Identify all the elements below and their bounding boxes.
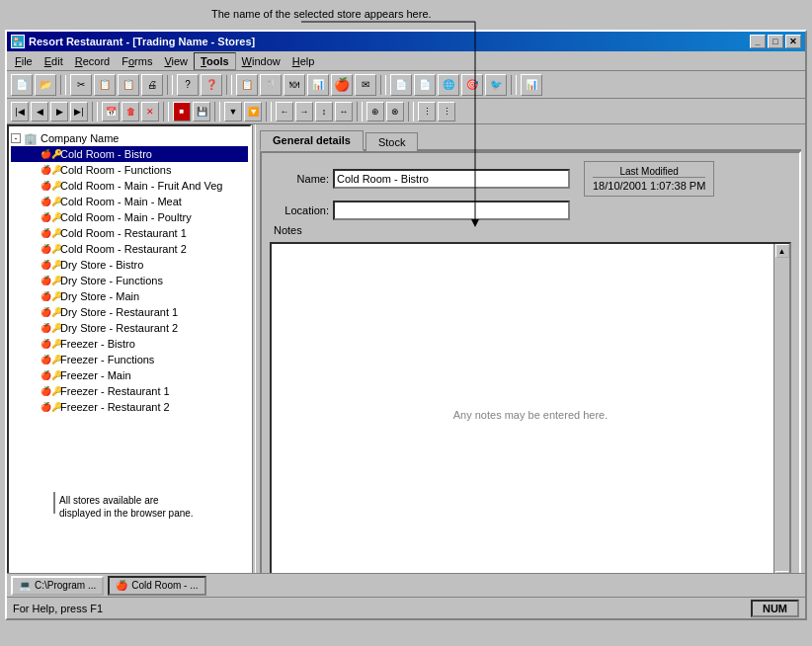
menu-plan-button[interactable]: 🍴: [260, 74, 282, 96]
paste-button[interactable]: 📋: [118, 74, 139, 96]
store-icon: 🍎🔑: [42, 258, 60, 272]
filter-down[interactable]: ▼: [224, 102, 242, 121]
maximize-button[interactable]: □: [768, 35, 783, 48]
menu-bar: File Edit Record Forms View Tools Window…: [7, 51, 805, 71]
zoom-out[interactable]: ⊗: [386, 102, 404, 121]
menu-window[interactable]: Window: [236, 53, 286, 69]
new-button[interactable]: 📄: [11, 74, 33, 96]
food-button[interactable]: 🍎: [331, 74, 353, 96]
taskbar-program-icon: 💻: [19, 580, 31, 591]
name-label: Name:: [270, 173, 329, 185]
menu-edit[interactable]: Edit: [39, 53, 69, 69]
menu-record[interactable]: Record: [69, 53, 116, 69]
copy-button[interactable]: 📋: [94, 74, 116, 96]
tree-item-dry-rest1[interactable]: 🍎🔑 Dry Store - Restaurant 1: [11, 304, 248, 320]
sort-updown[interactable]: ↕: [315, 102, 333, 121]
store-icon: 🍎🔑: [42, 289, 60, 303]
nav-next[interactable]: ▶: [50, 102, 68, 121]
tree-item-freezer-rest2[interactable]: 🍎🔑 Freezer - Restaurant 2: [11, 399, 248, 415]
notes-placeholder: Any notes may be entered here.: [453, 409, 609, 421]
nav-prev[interactable]: ◀: [31, 102, 48, 121]
delete-button[interactable]: 🗑: [122, 102, 139, 121]
tree-item-freezer-functions[interactable]: 🍎🔑 Freezer - Functions: [11, 352, 248, 367]
tree-item-cold-room-rest1[interactable]: 🍎🔑 Cold Room - Restaurant 1: [11, 225, 248, 241]
tree-label: Dry Store - Main: [60, 290, 139, 302]
globe-button[interactable]: 🌐: [438, 74, 459, 96]
location-input[interactable]: [333, 201, 570, 220]
tab-stock[interactable]: Stock: [365, 132, 419, 151]
zoom-in[interactable]: ⊕: [366, 102, 384, 121]
tree-item-cold-room-rest2[interactable]: 🍎🔑 Cold Room - Restaurant 2: [11, 241, 248, 257]
cut-button[interactable]: ✂: [70, 74, 92, 96]
nav-last[interactable]: ▶|: [70, 102, 88, 121]
sort-right[interactable]: →: [295, 102, 313, 121]
tree-label: Cold Room - Main - Poultry: [60, 211, 192, 223]
last-modified-box: Last Modified 18/10/2001 1:07:38 PM: [584, 161, 714, 197]
open-button[interactable]: 📂: [35, 74, 56, 96]
menu-view[interactable]: View: [158, 53, 194, 69]
scroll-up-button[interactable]: ▲: [775, 244, 789, 258]
extra1[interactable]: ⋮: [418, 102, 436, 121]
help-button[interactable]: ?: [177, 74, 199, 96]
tree-item-cold-room-bistro[interactable]: 🍎🔑 Cold Room - Bistro: [11, 146, 248, 162]
tree-item-cold-room-meat[interactable]: 🍎🔑 Cold Room - Main - Meat: [11, 194, 248, 209]
tab-general-details[interactable]: General details: [260, 130, 364, 151]
target-button[interactable]: 🎯: [461, 74, 483, 96]
taskbar-program[interactable]: 💻 C:\Program ...: [11, 576, 104, 596]
store-icon: 🍎🔑: [42, 321, 60, 335]
root-icon: 🏢: [23, 131, 39, 145]
minimize-button[interactable]: _: [750, 35, 766, 48]
menu-forms[interactable]: Forms: [116, 53, 158, 69]
tree-item-dry-rest2[interactable]: 🍎🔑 Dry Store - Restaurant 2: [11, 320, 248, 336]
tree-item-dry-functions[interactable]: 🍎🔑 Dry Store - Functions: [11, 273, 248, 288]
notes-area[interactable]: Any notes may be entered here. ▲ ▼: [270, 242, 791, 587]
tree-label: Cold Room - Functions: [60, 164, 172, 176]
last-modified-label: Last Modified: [593, 166, 705, 178]
sep6: [92, 102, 98, 121]
name-row: Name: Last Modified 18/10/2001 1:07:38 P…: [270, 161, 791, 197]
sort-left[interactable]: ←: [276, 102, 293, 121]
tree-item-cold-room-poultry[interactable]: 🍎🔑 Cold Room - Main - Poultry: [11, 209, 248, 225]
calendar-button[interactable]: 📅: [102, 102, 120, 121]
store-icon: 🍎🔑: [42, 305, 60, 319]
bird-button[interactable]: 🐦: [485, 74, 507, 96]
tree-item-cold-room-fruit-veg[interactable]: 🍎🔑 Cold Room - Main - Fruit And Veg: [11, 178, 248, 194]
filter-button[interactable]: 🔽: [244, 102, 262, 121]
save-button[interactable]: 💾: [193, 102, 210, 121]
chart-button[interactable]: 📊: [307, 74, 329, 96]
store-icon: 🍎🔑: [42, 400, 60, 414]
tree-item-cold-room-functions[interactable]: 🍎🔑 Cold Room - Functions: [11, 162, 248, 178]
tree-item-freezer-rest1[interactable]: 🍎🔑 Freezer - Restaurant 1: [11, 383, 248, 399]
store-icon: 🍎🔑: [42, 337, 60, 351]
tree-item-freezer-bistro[interactable]: 🍎🔑 Freezer - Bistro: [11, 336, 248, 352]
report-button[interactable]: 📊: [521, 74, 542, 96]
expand-root[interactable]: -: [11, 133, 21, 143]
menu-help[interactable]: Help: [286, 53, 321, 69]
doc1-button[interactable]: 📄: [390, 74, 412, 96]
doc2-button[interactable]: 📄: [414, 74, 436, 96]
tree-label: Dry Store - Restaurant 1: [60, 306, 178, 318]
orders-button[interactable]: 📋: [236, 74, 258, 96]
tree-item-dry-main[interactable]: 🍎🔑 Dry Store - Main: [11, 288, 248, 304]
close-button[interactable]: ✕: [785, 35, 801, 48]
tree-item-dry-bistro[interactable]: 🍎🔑 Dry Store - Bistro: [11, 257, 248, 273]
name-input[interactable]: [333, 169, 570, 189]
mail-button[interactable]: ✉: [355, 74, 376, 96]
cancel-button[interactable]: ✕: [141, 102, 159, 121]
nav-first[interactable]: |◀: [11, 102, 29, 121]
menu-tools[interactable]: Tools: [194, 52, 236, 70]
window-title: Resort Restaurant - [Trading Name - Stor…: [29, 36, 255, 47]
context-help-button[interactable]: ❓: [201, 74, 222, 96]
extra2[interactable]: ⋮: [438, 102, 455, 121]
red-box-button[interactable]: ■: [173, 102, 191, 121]
sort-leftright[interactable]: ↔: [335, 102, 353, 121]
taskbar-cold-room[interactable]: 🍎 Cold Room - ...: [108, 576, 205, 596]
tree-item-freezer-main[interactable]: 🍎🔑 Freezer - Main: [11, 367, 248, 383]
tree-label: Freezer - Restaurant 1: [60, 385, 170, 397]
recipe-button[interactable]: 🍽: [284, 74, 305, 96]
tabs-bar: General details Stock: [260, 128, 801, 151]
menu-file[interactable]: File: [9, 53, 39, 69]
print-button[interactable]: 🖨: [141, 74, 163, 96]
tree-root[interactable]: - 🏢 Company Name: [11, 130, 248, 146]
sep3: [226, 75, 232, 95]
